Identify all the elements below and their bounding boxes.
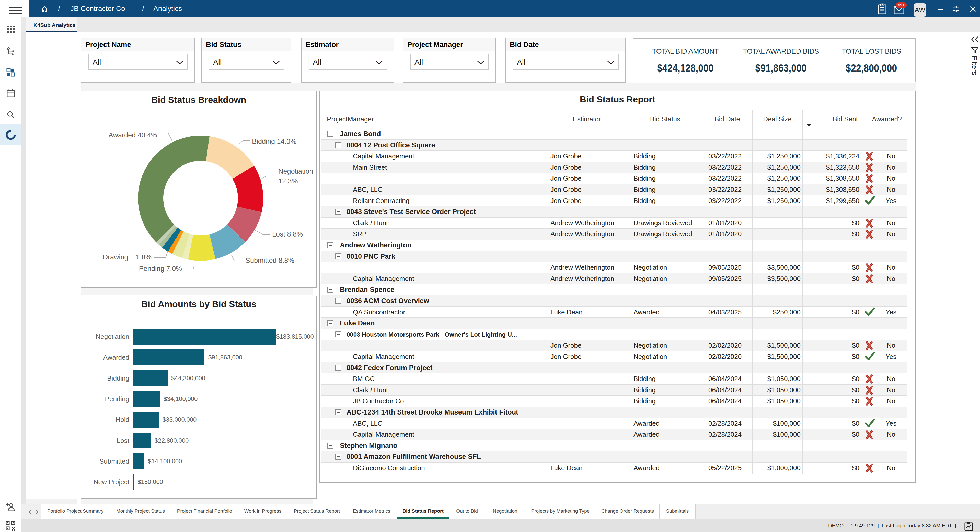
svg-text:Pending 7.0%: Pending 7.0% (139, 265, 182, 273)
svg-text:Lost 8.8%: Lost 8.8% (272, 230, 303, 238)
svg-text:Bidding 14.0%: Bidding 14.0% (252, 138, 296, 145)
svg-text:Drawing... 1.8%: Drawing... 1.8% (103, 253, 151, 261)
svg-text:Awarded 40.4%: Awarded 40.4% (108, 131, 157, 139)
svg-text:Negotiation: Negotiation (278, 168, 313, 175)
svg-text:Submitted 8.8%: Submitted 8.8% (246, 257, 294, 264)
svg-text:12.3%: 12.3% (278, 177, 298, 185)
